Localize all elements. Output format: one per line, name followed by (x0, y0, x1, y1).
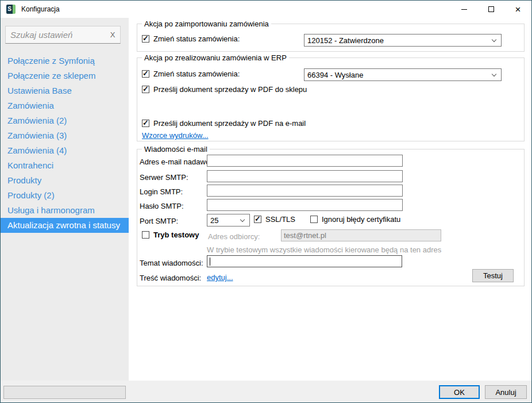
group-erp-action: Akcja po zrealizowaniu zamówienia w ERP … (137, 57, 525, 141)
ignore-cert-label: Ignoruj błędy certyfikatu (322, 215, 400, 224)
ssl-row: SSL/TLS (254, 215, 295, 224)
erp-pdf-email-row: Prześlij dokument sprzedaży w PDF na e-m… (142, 119, 306, 128)
chevron-down-icon (492, 37, 496, 41)
config-dialog: S Konfiguracja × X Połączenie z Symfonią… (0, 0, 532, 403)
erp-status-value: 66394 - Wysłane (307, 71, 363, 79)
smtp-server-field[interactable] (207, 170, 403, 182)
test-button[interactable]: Testuj (472, 269, 514, 282)
test-mode-row: Tryb testowy (142, 231, 199, 239)
group-import-legend: Akcja po zaimportowaniu zamówienia (142, 20, 271, 28)
sidebar-item-produkty-2[interactable]: Produkty (2) (1, 188, 129, 203)
minimize-icon (461, 9, 467, 10)
sidebar-item-polaczenie-z-symfonia[interactable]: Połączenie z Symfonią (1, 53, 129, 68)
group-erp-legend: Akcja po zrealizowaniu zamówienia w ERP (142, 53, 289, 62)
body-label: Treść wiadomości: (140, 274, 201, 282)
app-icon-letter: S (6, 5, 13, 14)
search-clear-button[interactable]: X (105, 30, 120, 39)
ok-button[interactable]: OK (439, 385, 480, 399)
window-controls: × (450, 1, 531, 18)
smtp-port-value: 25 (210, 216, 218, 225)
print-templates-link[interactable]: Wzorce wydruków... (142, 131, 209, 140)
pdf-to-email-checkbox[interactable] (142, 120, 149, 127)
settings-sidebar: X Połączenie z Symfonią Połączenie ze sk… (1, 18, 129, 381)
erp-change-status-checkbox[interactable] (142, 70, 149, 78)
sidebar-item-usluga-i-harmonogram[interactable]: Usługa i harmonogram (1, 203, 129, 218)
ssl-tls-label: SSL/TLS (265, 215, 295, 224)
sidebar-item-zamowienia[interactable]: Zamówienia (1, 98, 129, 113)
ignore-cert-checkbox[interactable] (310, 216, 318, 223)
import-change-status-label: Zmień status zamówienia: (153, 34, 240, 43)
import-change-status-row: Zmień status zamówienia: (142, 34, 240, 43)
text-caret (210, 258, 210, 266)
recipient-label: Adres odbiorcy: (208, 232, 260, 241)
group-import-action: Akcja po zaimportowaniu zamówienia Zmień… (137, 24, 525, 52)
app-icon-green-stripe (13, 5, 16, 14)
dialog-footer: OK Anuluj (1, 381, 531, 402)
sidebar-item-kontrahenci[interactable]: Kontrahenci (1, 158, 129, 173)
smtp-server-label: Serwer SMTP: (140, 173, 188, 182)
import-change-status-checkbox[interactable] (142, 35, 149, 43)
sender-email-field[interactable] (207, 155, 403, 167)
recipient-field[interactable] (281, 229, 441, 241)
sidebar-item-ustawienia-base[interactable]: Ustawienia Base (1, 83, 129, 98)
pdf-to-shop-checkbox[interactable] (142, 86, 149, 93)
pdf-to-shop-label: Prześlij dokument sprzedaży w PDF do skl… (153, 85, 307, 94)
settings-content: Akcja po zaimportowaniu zamówienia Zmień… (129, 18, 529, 381)
test-mode-checkbox[interactable] (142, 231, 149, 239)
chevron-down-icon (492, 71, 496, 76)
sender-email-label: Adres e-mail nadawcy: (140, 158, 215, 166)
subject-field[interactable] (207, 255, 402, 267)
app-icon: S (6, 5, 16, 14)
sidebar-item-produkty[interactable]: Produkty (1, 173, 129, 188)
import-status-value: 120152 - Zatwierdzone (307, 36, 384, 45)
group-email-legend: Wiadomości e-mail (142, 145, 210, 153)
ignore-cert-row: Ignoruj błędy certyfikatu (310, 215, 400, 224)
smtp-login-label: Login SMTP: (140, 187, 183, 196)
search-input[interactable] (6, 30, 105, 40)
settings-nav: Połączenie z Symfonią Połączenie ze skle… (1, 53, 129, 233)
ssl-tls-checkbox[interactable] (254, 216, 261, 223)
settings-search-box: X (5, 26, 121, 44)
close-button[interactable]: × (504, 1, 531, 18)
minimize-button[interactable] (450, 1, 477, 18)
sidebar-item-aktualizacja-zwrotna[interactable]: Aktualizacja zwrotna i statusy (1, 218, 129, 233)
smtp-password-label: Hasło SMTP: (140, 202, 184, 210)
close-icon: × (515, 5, 521, 14)
test-mode-label: Tryb testowy (153, 231, 199, 239)
window-title: Konfiguracja (21, 5, 60, 13)
sidebar-item-zamowienia-4[interactable]: Zamówienia (4) (1, 143, 129, 158)
body-edit-link[interactable]: edytuj... (207, 273, 233, 282)
maximize-button[interactable] (477, 1, 504, 18)
pdf-to-email-label: Prześlij dokument sprzedaży w PDF na e-m… (153, 119, 306, 128)
smtp-login-field[interactable] (207, 185, 403, 197)
smtp-port-label: Port SMTP: (140, 217, 178, 225)
title-bar[interactable]: S Konfiguracja × (1, 1, 531, 18)
progress-bar (3, 386, 126, 399)
sidebar-item-zamowienia-3[interactable]: Zamówienia (3) (1, 128, 129, 143)
subject-label: Temat wiadomości: (140, 259, 203, 267)
erp-status-combobox[interactable]: 66394 - Wysłane (304, 68, 502, 81)
group-email-messages: Wiadomości e-mail Adres e-mail nadawcy: … (137, 149, 525, 286)
maximize-icon (488, 6, 494, 12)
sidebar-item-polaczenie-ze-sklepem[interactable]: Połączenie ze sklepem (1, 68, 129, 83)
sidebar-item-zamowienia-2[interactable]: Zamówienia (2) (1, 113, 129, 128)
erp-pdf-shop-row: Prześlij dokument sprzedaży w PDF do skl… (142, 85, 307, 94)
chevron-down-icon (240, 217, 245, 221)
smtp-port-combobox[interactable]: 25 (207, 214, 250, 227)
test-mode-note: W trybie testowym wszystkie wiadomości k… (207, 245, 441, 254)
import-status-combobox[interactable]: 120152 - Zatwierdzone (304, 34, 502, 47)
erp-change-status-label: Zmień status zamówienia: (153, 70, 240, 78)
erp-change-status-row: Zmień status zamówienia: (142, 70, 240, 78)
smtp-password-field[interactable] (207, 199, 403, 211)
cancel-button[interactable]: Anuluj (485, 385, 527, 399)
